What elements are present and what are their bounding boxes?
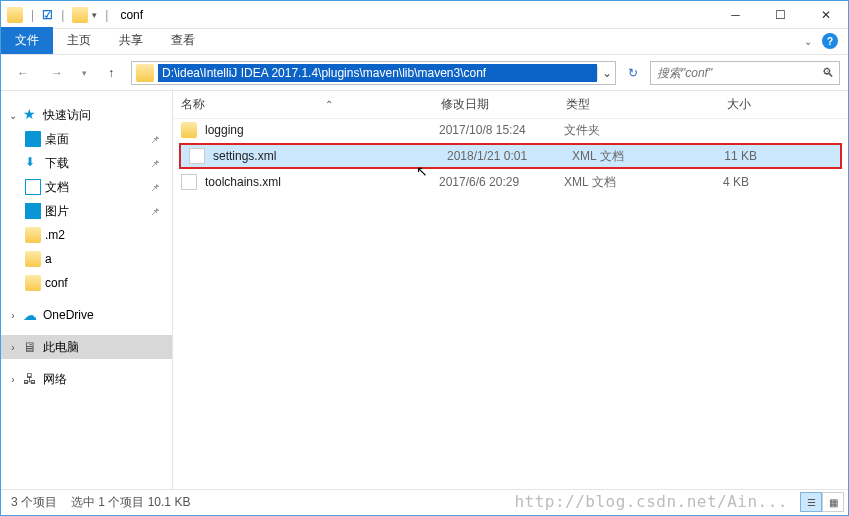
- file-type: 文件夹: [564, 122, 679, 139]
- history-dropdown-button[interactable]: ▾: [77, 59, 91, 87]
- nav-pictures[interactable]: 图片 📌︎: [1, 199, 172, 223]
- folder-icon: [25, 227, 41, 243]
- search-input[interactable]: [651, 66, 817, 80]
- column-type[interactable]: 类型: [566, 96, 681, 113]
- file-type: XML 文档: [564, 174, 679, 191]
- help-icon[interactable]: ?: [822, 33, 838, 49]
- sort-indicator-icon: ⌃: [325, 99, 333, 110]
- file-name: logging: [205, 123, 439, 137]
- file-row[interactable]: toolchains.xml 2017/6/6 20:29 XML 文档 4 K…: [173, 171, 848, 193]
- nav-m2[interactable]: .m2: [1, 223, 172, 247]
- nav-label: 快速访问: [43, 107, 91, 124]
- nav-network[interactable]: › 🖧︎ 网络: [1, 367, 172, 391]
- nav-label: .m2: [45, 228, 65, 242]
- address-row: ← → ▾ ↑ ⌄ ↻ 🔍︎: [1, 55, 848, 91]
- folder-icon: [25, 251, 41, 267]
- nav-label: a: [45, 252, 52, 266]
- file-date: 2018/1/21 0:01: [447, 149, 572, 163]
- column-headers: 名称⌃ 修改日期 类型 大小: [173, 91, 848, 119]
- nav-label: 桌面: [45, 131, 69, 148]
- ribbon-tabs: 文件 主页 共享 查看 ⌄ ?: [1, 29, 848, 55]
- window-title: conf: [120, 8, 143, 22]
- download-icon: ⬇: [25, 155, 41, 171]
- nav-label: 此电脑: [43, 339, 79, 356]
- pc-icon: 🖥︎: [23, 339, 39, 355]
- address-box[interactable]: ⌄: [131, 61, 616, 85]
- status-selection: 选中 1 个项目 10.1 KB: [71, 494, 190, 511]
- address-input[interactable]: [158, 64, 597, 82]
- maximize-button[interactable]: ☐: [758, 1, 803, 29]
- address-dropdown-icon[interactable]: ⌄: [597, 66, 615, 80]
- minimize-button[interactable]: ─: [713, 1, 758, 29]
- highlight-annotation: settings.xml 2018/1/21 0:01 XML 文档 11 KB: [179, 143, 842, 169]
- back-button[interactable]: ←: [9, 59, 37, 87]
- nav-documents[interactable]: 文档 📌︎: [1, 175, 172, 199]
- column-date[interactable]: 修改日期: [441, 96, 566, 113]
- file-row[interactable]: settings.xml 2018/1/21 0:01 XML 文档 11 KB: [181, 145, 840, 167]
- file-size: 4 KB: [679, 175, 749, 189]
- file-date: 2017/6/6 20:29: [439, 175, 564, 189]
- pin-icon: 📌︎: [150, 182, 160, 193]
- close-button[interactable]: ✕: [803, 1, 848, 29]
- nav-label: OneDrive: [43, 308, 94, 322]
- refresh-button[interactable]: ↻: [622, 66, 644, 80]
- nav-onedrive[interactable]: › ☁ OneDrive: [1, 303, 172, 327]
- status-bar: 3 个项目 选中 1 个项目 10.1 KB http://blog.csdn.…: [1, 489, 848, 515]
- cloud-icon: ☁: [23, 307, 39, 323]
- file-name: toolchains.xml: [205, 175, 439, 189]
- file-row[interactable]: logging 2017/10/8 15:24 文件夹: [173, 119, 848, 141]
- pictures-icon: [25, 203, 41, 219]
- qat-checkbox-icon[interactable]: ☑: [42, 8, 53, 22]
- file-icon: [189, 148, 205, 164]
- search-icon[interactable]: 🔍︎: [817, 66, 839, 80]
- status-item-count: 3 个项目: [11, 494, 57, 511]
- documents-icon: [25, 179, 41, 195]
- file-date: 2017/10/8 15:24: [439, 123, 564, 137]
- up-button[interactable]: ↑: [97, 59, 125, 87]
- nav-a[interactable]: a: [1, 247, 172, 271]
- chevron-right-icon[interactable]: ›: [7, 310, 19, 321]
- desktop-icon: [25, 131, 41, 147]
- address-folder-icon: [136, 64, 154, 82]
- forward-button[interactable]: →: [43, 59, 71, 87]
- nav-quick-access[interactable]: ⌄ ★ 快速访问: [1, 103, 172, 127]
- chevron-right-icon[interactable]: ›: [7, 374, 19, 385]
- nav-label: conf: [45, 276, 68, 290]
- nav-label: 文档: [45, 179, 69, 196]
- qat-dropdown-icon[interactable]: ▾: [92, 10, 97, 20]
- file-size: 11 KB: [687, 149, 757, 163]
- pin-icon: 📌︎: [150, 206, 160, 217]
- nav-downloads[interactable]: ⬇ 下载 📌︎: [1, 151, 172, 175]
- view-icons-button[interactable]: ▦: [822, 492, 844, 512]
- column-name[interactable]: 名称⌃: [181, 96, 441, 113]
- title-bar: | ☑ | ▾ | conf ─ ☐ ✕: [1, 1, 848, 29]
- folder-icon: [181, 122, 197, 138]
- pin-icon: 📌︎: [150, 134, 160, 145]
- file-icon: [181, 174, 197, 190]
- nav-label: 网络: [43, 371, 67, 388]
- app-folder-icon: [7, 7, 23, 23]
- nav-label: 下载: [45, 155, 69, 172]
- pin-icon: 📌︎: [150, 158, 160, 169]
- watermark-text: http://blog.csdn.net/Ain...: [514, 492, 788, 511]
- tab-file[interactable]: 文件: [1, 27, 53, 54]
- file-name: settings.xml: [213, 149, 447, 163]
- file-type: XML 文档: [572, 148, 687, 165]
- tab-share[interactable]: 共享: [105, 27, 157, 54]
- nav-desktop[interactable]: 桌面 📌︎: [1, 127, 172, 151]
- chevron-right-icon[interactable]: ›: [7, 342, 19, 353]
- qat-folder-icon[interactable]: [72, 7, 88, 23]
- network-icon: 🖧︎: [23, 371, 39, 387]
- nav-conf[interactable]: conf: [1, 271, 172, 295]
- nav-this-pc[interactable]: › 🖥︎ 此电脑: [1, 335, 172, 359]
- column-size[interactable]: 大小: [681, 96, 751, 113]
- star-icon: ★: [23, 107, 39, 123]
- view-details-button[interactable]: ☰: [800, 492, 822, 512]
- chevron-down-icon[interactable]: ⌄: [7, 110, 19, 121]
- folder-icon: [25, 275, 41, 291]
- ribbon-expand-icon[interactable]: ⌄: [804, 36, 812, 47]
- tab-view[interactable]: 查看: [157, 27, 209, 54]
- tab-home[interactable]: 主页: [53, 27, 105, 54]
- navigation-pane: ⌄ ★ 快速访问 桌面 📌︎ ⬇ 下载 📌︎ 文档 📌︎ 图片: [1, 91, 173, 489]
- file-list-pane: 名称⌃ 修改日期 类型 大小 logging 2017/10/8 15:24 文…: [173, 91, 848, 489]
